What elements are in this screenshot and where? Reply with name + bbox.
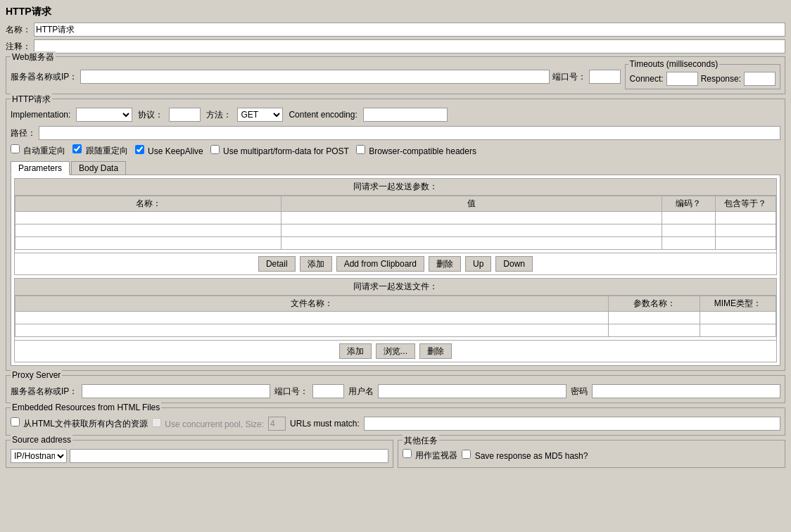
source-address-input[interactable] (70, 449, 388, 463)
params-table: 名称： 值 编码？ 包含等于？ (15, 196, 776, 250)
proxy-password-input[interactable] (592, 384, 780, 398)
bottom-row: Source address IP/Hostname 其他任务 用作监视器 Sa… (6, 440, 785, 468)
multipart-checkbox-label[interactable]: Use multipart/form-data for POST (210, 145, 349, 156)
path-label: 路径： (11, 127, 36, 139)
impl-label: Implementation: (11, 110, 70, 120)
server-label: 服务器名称或IP： (11, 71, 77, 83)
implementation-select[interactable] (76, 108, 132, 122)
tab-body-data[interactable]: Body Data (71, 161, 126, 175)
source-type-select[interactable]: IP/Hostname (11, 449, 67, 463)
port-label: 端口号： (552, 71, 586, 83)
concurrent-checkbox[interactable] (152, 418, 161, 427)
source-address-title: Source address (11, 435, 72, 445)
add-param-button[interactable]: 添加 (300, 256, 332, 272)
add-clipboard-button[interactable]: Add from Clipboard (336, 256, 424, 272)
params-empty-row1 (15, 212, 776, 224)
keepalive-checkbox-label[interactable]: Use KeepAlive (135, 145, 203, 156)
path-input[interactable] (39, 126, 780, 140)
page-title: HTTP请求 (6, 6, 785, 18)
multipart-checkbox[interactable] (210, 145, 220, 154)
files-empty-row2 (15, 324, 776, 337)
proxy-username-label: 用户名 (348, 386, 374, 398)
server-ip-input[interactable] (80, 70, 549, 84)
browse-button[interactable]: 浏览... (376, 343, 415, 359)
concurrent-size-input[interactable] (268, 417, 286, 431)
keepalive-checkbox[interactable] (135, 145, 144, 154)
params-col-encode: 编码？ (662, 196, 715, 212)
method-select[interactable]: GET POST (237, 108, 283, 122)
comment-label: 注释： (6, 41, 31, 53)
timeouts-title: Timeouts (milliseconds) (628, 59, 720, 69)
http-group-title: HTTP请求 (11, 94, 52, 106)
proxy-port-input[interactable] (312, 384, 344, 398)
monitor-checkbox[interactable] (403, 449, 412, 458)
send-params-header: 同请求一起发送参数： (15, 179, 776, 196)
md5-checkbox-label[interactable]: Save response as MD5 hash? (462, 450, 588, 461)
files-table: 文件名称： 参数名称： MIME类型： (15, 296, 776, 337)
files-section: 同请求一起发送文件： 文件名称： 参数名称： MIME类型： (14, 278, 777, 362)
response-label: Response: (701, 74, 741, 84)
files-col-paramname: 参数名称： (609, 296, 700, 312)
params-tbody (15, 212, 776, 250)
proxy-username-input[interactable] (378, 384, 567, 398)
browser-headers-checkbox[interactable] (356, 145, 365, 154)
send-files-header: 同请求一起发送文件： (15, 279, 776, 296)
comment-row: 注释： (6, 39, 785, 53)
delete-param-button[interactable]: 删除 (429, 256, 461, 272)
proxy-password-label: 密码 (571, 386, 588, 398)
http-request-group: HTTP请求 Implementation: 协议： 方法： GET POST … (6, 99, 785, 371)
add-file-button[interactable]: 添加 (339, 343, 372, 359)
protocol-input[interactable] (169, 108, 201, 122)
tab-header: Parameters Body Data (11, 161, 780, 175)
webserver-title: Web服务器 (11, 51, 56, 63)
encoding-input[interactable] (363, 108, 448, 122)
connect-input[interactable] (666, 72, 698, 86)
params-btn-row: Detail 添加 Add from Clipboard 删除 Up Down (15, 253, 776, 274)
detail-button[interactable]: Detail (258, 256, 296, 272)
urls-match-input[interactable] (364, 417, 780, 431)
http-row1: Implementation: 协议： 方法： GET POST Content… (11, 108, 780, 122)
concurrent-checkbox-label: Use concurrent pool, Size: (152, 418, 264, 429)
files-col-filename: 文件名称： (15, 296, 609, 312)
comment-input[interactable] (34, 39, 785, 53)
files-col-mimetype: MIME类型： (700, 296, 776, 312)
timeouts-box: Timeouts (milliseconds) Connect: Respons… (625, 64, 780, 89)
urls-label: URLs must match: (290, 419, 360, 429)
name-input[interactable] (34, 23, 785, 37)
files-btn-row: 添加 浏览... 删除 (15, 340, 776, 362)
up-param-button[interactable]: Up (465, 256, 491, 272)
method-label: 方法： (206, 109, 232, 121)
parameters-section: 同请求一起发送参数： 名称： 值 编码？ 包含等于？ (14, 178, 777, 275)
params-col-include: 包含等于？ (715, 196, 776, 212)
down-param-button[interactable]: Down (495, 256, 533, 272)
embedded-title: Embedded Resources from HTML Files (11, 403, 161, 412)
proxy-server-label: 服务器名称或IP： (11, 386, 77, 398)
params-empty-row3 (15, 237, 776, 250)
monitor-checkbox-label[interactable]: 用作监视器 (403, 449, 457, 462)
tab-parameters[interactable]: Parameters (11, 161, 70, 175)
name-label: 名称： (6, 24, 31, 36)
follow-redirect-checkbox-label[interactable]: 跟随重定向 (72, 144, 127, 157)
main-container: HTTP请求 名称： 注释： Web服务器 服务器名称或IP： 端口号： Tim… (0, 0, 791, 532)
source-address-group: Source address IP/Hostname (6, 440, 393, 468)
http-row2: 路径： (11, 126, 780, 140)
params-col-name: 名称： (15, 196, 281, 212)
md5-checkbox[interactable] (462, 450, 471, 459)
proxy-group: Proxy Server 服务器名称或IP： 端口号： 用户名 密码 (6, 375, 785, 403)
other-tasks-group: 其他任务 用作监视器 Save response as MD5 hash? (398, 440, 785, 468)
follow-redirect-checkbox[interactable] (72, 144, 82, 153)
name-row: 名称： (6, 23, 785, 37)
params-col-value: 值 (281, 196, 662, 212)
auto-redirect-checkbox[interactable] (11, 144, 20, 153)
embedded-group: Embedded Resources from HTML Files 从HTML… (6, 407, 785, 436)
response-input[interactable] (744, 72, 776, 86)
browser-headers-checkbox-label[interactable]: Browser-compatible headers (356, 145, 476, 156)
port-input[interactable] (589, 70, 621, 84)
tabs-container: Parameters Body Data 同请求一起发送参数： 名称： 值 编码… (11, 161, 780, 366)
delete-file-button[interactable]: 删除 (419, 343, 452, 359)
other-tasks-title: 其他任务 (403, 435, 439, 447)
embedded-checkbox-label[interactable]: 从HTML文件获取所有内含的资源 (11, 417, 148, 430)
embedded-checkbox[interactable] (11, 417, 20, 426)
redirect-checkbox-label[interactable]: 自动重定向 (11, 144, 65, 157)
proxy-ip-input[interactable] (82, 384, 270, 398)
